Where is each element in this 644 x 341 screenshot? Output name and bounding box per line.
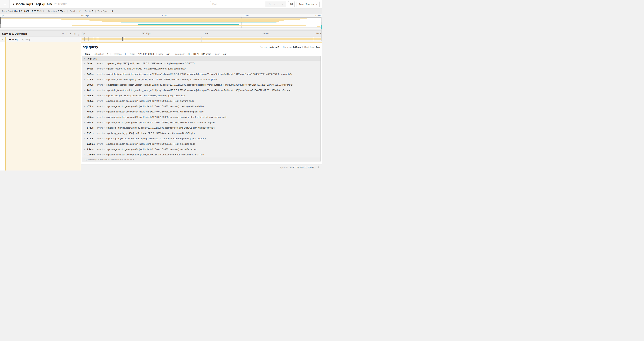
collapse-all-icon[interactable]: » — [70, 33, 72, 34]
log-equals: = — [104, 100, 105, 102]
info-value: 2.79ms — [58, 10, 65, 13]
chevron-right-icon[interactable]: › — [84, 73, 86, 75]
chevron-right-icon[interactable]: › — [84, 121, 86, 124]
log-row[interactable]: ›2.69ms:event=‹sql/conn_executor_exec.go… — [82, 141, 320, 147]
find-input[interactable] — [210, 2, 265, 7]
log-tick-mark — [113, 37, 113, 42]
trace-view-label: Trace Timeline — [299, 3, 314, 6]
minimap-left-scrubber-handle[interactable] — [0, 18, 1, 24]
log-row[interactable]: ›2.79ms:event=‹sql/conn_executor_exec.go… — [82, 152, 320, 157]
trace-minimap: 0μs697.75μs1.4ms2.09ms2.79ms — [0, 14, 322, 29]
logs-list: ›34μs:event=‹sql/exec_util.go:2297 [nsql… — [82, 61, 320, 161]
log-field-value: ‹sql/catalog/lease/descriptor_version_st… — [106, 73, 292, 75]
log-row[interactable]: ›34μs:event=‹sql/exec_util.go:2297 [nsql… — [82, 61, 320, 66]
chevron-right-icon[interactable]: › — [84, 148, 86, 151]
log-timestamp: 34μs: — [87, 62, 96, 65]
chevron-right-icon[interactable]: › — [84, 116, 86, 118]
log-row[interactable]: ›476μs:event=‹sql/conn_executor_exec.go:… — [82, 104, 320, 109]
expand-all-icon[interactable]: » — [74, 33, 76, 35]
log-field-key: event — [97, 132, 103, 134]
log-field-value: ‹sql/conn_executor_exec.go:684 [nsql1,cl… — [106, 143, 196, 145]
log-row[interactable]: ›2.7ms:event=‹sql/conn_executor_exec.go:… — [82, 147, 320, 152]
info-label: Total Spans — [98, 10, 110, 13]
logs-header[interactable]: ∨ Logs (18) — [82, 56, 320, 61]
deep-link-icon[interactable] — [317, 166, 320, 169]
log-equals: = — [104, 94, 105, 97]
log-equals: = — [104, 62, 105, 65]
span-collapse-chevron-icon[interactable]: ∨ — [2, 38, 4, 41]
info-label: Services — [70, 10, 78, 13]
tag-key: _unfinished — [92, 53, 104, 55]
chevron-right-icon[interactable]: › — [84, 105, 86, 108]
chevron-right-icon[interactable]: › — [84, 137, 86, 140]
log-row[interactable]: ›142μs:event=‹sql/catalog/lease/descript… — [82, 71, 320, 77]
column-resizer-handle[interactable]: || — [78, 34, 80, 36]
log-field-value: ‹sql/conn_executor_exec.go:684 [nsql1,cl… — [106, 121, 215, 124]
log-tick-mark — [123, 37, 124, 42]
tag-separator — [110, 53, 110, 55]
trace-view-select[interactable]: Trace Timeline ∨ — [296, 1, 320, 7]
minimap-canvas[interactable] — [0, 17, 322, 28]
log-row[interactable]: ›574μs:event=‹sql/distsql_running.go:142… — [82, 125, 320, 131]
chevron-right-icon[interactable]: › — [84, 78, 86, 81]
chevron-right-icon[interactable]: › — [84, 111, 86, 113]
info-label: Trace Start — [2, 10, 13, 13]
log-field-key: event — [97, 94, 103, 97]
log-row[interactable]: ›189μs:event=‹sql/catalog/lease/descript… — [82, 82, 320, 88]
minimap-span-bar — [72, 25, 306, 26]
collapse-one-icon[interactable]: › — [62, 33, 64, 34]
chevron-down-icon: ∨ — [84, 58, 85, 60]
tag-value: 1 — [125, 53, 126, 55]
logs-title: Logs — [87, 57, 92, 60]
collapse-trace-chevron-icon[interactable]: ∨ — [12, 3, 14, 6]
log-row[interactable]: ›502μs:event=‹sql/conn_executor_exec.go:… — [82, 120, 320, 125]
tags-row[interactable]: › Tags: _unfinished=1_verbose=1client=12… — [82, 52, 320, 56]
locate-icon[interactable]: ◎ — [268, 3, 270, 5]
chevron-right-icon[interactable]: › — [84, 89, 86, 92]
log-equals: = — [104, 73, 105, 75]
log-row[interactable]: ›486μs:event=‹sql/conn_executor_exec.go:… — [82, 109, 320, 114]
chevron-right-icon[interactable]: › — [84, 132, 86, 134]
span-duration-bar[interactable] — [82, 38, 322, 40]
chevron-right-icon[interactable]: › — [84, 127, 86, 129]
span-row[interactable]: ∨ node sql1 sql query — [0, 36, 322, 42]
log-row[interactable]: ›459μs:event=‹sql/conn_executor_exec.go:… — [82, 98, 320, 104]
minimap-span-bar — [102, 21, 279, 22]
ruler-tick-label: 1.4ms — [202, 32, 208, 35]
log-row[interactable]: ›80μs:event=‹sql/plan_opt.go:358 [nsql1,… — [82, 66, 320, 71]
chevron-right-icon[interactable]: › — [84, 68, 86, 70]
chevron-right-icon[interactable]: › — [84, 84, 86, 86]
back-button[interactable]: ← — [0, 0, 10, 8]
clear-search-icon[interactable]: ✕ — [281, 3, 283, 5]
span-row-name-cell[interactable]: ∨ node sql1 sql query — [0, 36, 81, 42]
tag-equals: = — [122, 53, 124, 55]
jaeger-trace-page: { "icons": { "back": "←", "title_chevron… — [0, 0, 322, 171]
keyboard-shortcuts-button[interactable]: ⌘ — [288, 1, 295, 7]
log-row[interactable]: ›176μs:event=‹sql/catalog/descs/descript… — [82, 77, 320, 82]
log-timestamp: 476μs: — [87, 105, 96, 108]
minimap-span-bar — [138, 24, 239, 25]
meta-label: Start Time: — [304, 46, 315, 48]
log-row[interactable]: ›678μs:event=‹sql/distsql_physical_plann… — [82, 136, 320, 141]
next-match-icon[interactable]: › — [277, 4, 279, 5]
log-row[interactable]: ›597μs:event=‹sql/distsql_running.go:498… — [82, 131, 320, 136]
tag-separator — [128, 53, 128, 55]
chevron-right-icon[interactable]: › — [84, 94, 86, 97]
chevron-right-icon[interactable]: › — [84, 143, 86, 145]
chevron-right-icon[interactable]: › — [84, 100, 86, 102]
log-field-value: ‹sql/conn_executor_exec.go:684 [nsql1,cl… — [106, 110, 204, 113]
expanded-span-backdrop — [6, 42, 81, 171]
log-field-value: ‹sql/plan_opt.go:358 [nsql1,client=127.0… — [106, 67, 186, 70]
log-row[interactable]: ›495μs:event=‹sql/conn_executor_exec.go:… — [82, 114, 320, 120]
span-operation-name: sql query — [22, 38, 30, 41]
chevron-right-icon[interactable]: › — [84, 62, 86, 65]
chevron-right-icon[interactable]: › — [84, 154, 86, 156]
previous-match-icon[interactable]: › — [273, 4, 275, 5]
expand-one-icon[interactable]: › — [66, 33, 67, 35]
span-bar-cell[interactable] — [81, 36, 322, 42]
minimap-span-bar — [0, 18, 307, 19]
log-row[interactable]: ›366μs:event=‹sql/plan_opt.go:358 [nsql1… — [82, 93, 320, 98]
log-row[interactable]: ›201μs:event=‹sql/catalog/lease/descript… — [82, 88, 320, 93]
log-field-key: event — [97, 121, 103, 124]
info-label: Duration — [48, 10, 56, 13]
